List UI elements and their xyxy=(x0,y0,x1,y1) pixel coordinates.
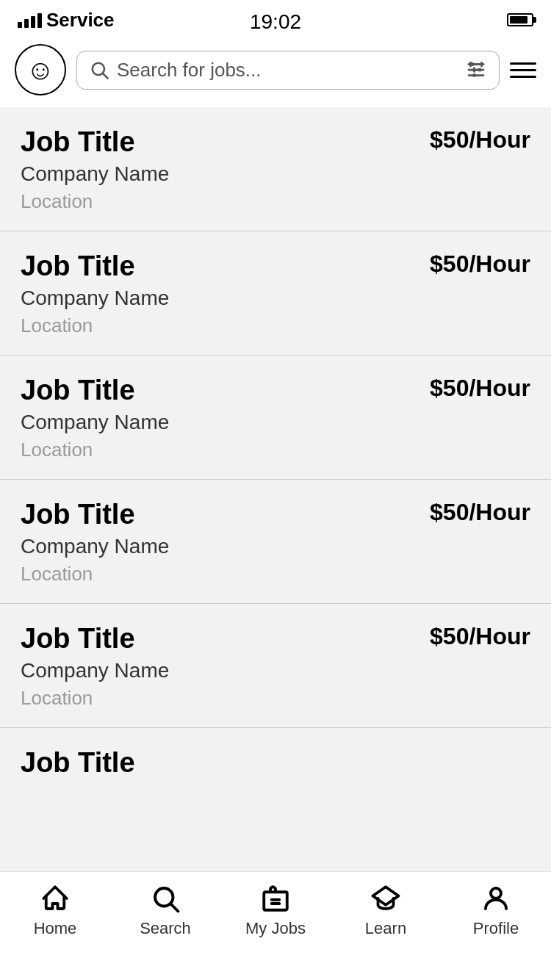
job-location: Location xyxy=(21,314,530,337)
filter-icon[interactable] xyxy=(465,59,487,81)
nav-item-myjobs[interactable]: My Jobs xyxy=(220,882,331,938)
job-title: Job Title xyxy=(21,375,135,406)
carrier-label: Service xyxy=(46,9,115,32)
home-icon xyxy=(39,882,71,915)
job-header-row: Job Title $50/Hour xyxy=(21,623,530,655)
signal-icon xyxy=(18,12,42,28)
svg-line-1 xyxy=(103,73,107,78)
job-item[interactable]: Job Title $50/Hour Company Name Location xyxy=(0,604,551,728)
job-item-partial[interactable]: Job Title xyxy=(0,728,551,787)
job-title: Job Title xyxy=(21,623,135,655)
svg-point-14 xyxy=(478,68,482,72)
battery-icon xyxy=(507,13,533,26)
job-header-row: Job Title $50/Hour xyxy=(21,251,530,282)
menu-button[interactable] xyxy=(510,62,536,78)
job-company: Company Name xyxy=(21,659,530,682)
nav-item-profile[interactable]: Profile xyxy=(441,882,551,938)
search-icon xyxy=(89,60,109,80)
logo-face-icon: ☺ xyxy=(26,56,55,84)
nav-label-learn: Learn xyxy=(365,919,406,938)
learn-icon xyxy=(370,882,402,915)
job-company: Company Name xyxy=(21,535,530,558)
status-bar: Service 19:02 xyxy=(0,0,551,37)
job-title: Job Title xyxy=(21,499,135,530)
status-time: 19:02 xyxy=(250,10,301,34)
job-header-row: Job Title $50/Hour xyxy=(21,499,530,530)
carrier-info: Service xyxy=(18,9,115,32)
job-salary: $50/Hour xyxy=(430,499,530,526)
nav-item-home[interactable]: Home xyxy=(0,882,110,938)
nav-label-home: Home xyxy=(34,919,77,938)
nav-item-learn[interactable]: Learn xyxy=(331,882,441,938)
nav-item-search[interactable]: Search xyxy=(110,882,220,938)
search-bar[interactable]: Search for jobs... xyxy=(76,51,500,90)
job-location: Location xyxy=(21,439,530,461)
svg-line-17 xyxy=(171,904,179,912)
job-salary: $50/Hour xyxy=(430,623,530,650)
partial-job-title: Job Title xyxy=(21,747,135,778)
app-logo[interactable]: ☺ xyxy=(15,44,66,96)
job-salary: $50/Hour xyxy=(430,126,530,154)
job-location: Location xyxy=(21,687,530,710)
bottom-nav: Home Search My Jobs Lea xyxy=(0,871,551,980)
search-nav-icon xyxy=(149,882,181,915)
job-list: Job Title $50/Hour Company Name Location… xyxy=(0,107,551,728)
job-item[interactable]: Job Title $50/Hour Company Name Location xyxy=(0,480,551,604)
svg-point-13 xyxy=(471,62,475,66)
svg-point-21 xyxy=(491,888,501,898)
myjobs-icon xyxy=(259,882,292,915)
job-salary: $50/Hour xyxy=(430,375,530,402)
job-header-row: Job Title $50/Hour xyxy=(21,375,530,406)
job-company: Company Name xyxy=(21,411,530,434)
job-company: Company Name xyxy=(21,287,530,310)
nav-label-search: Search xyxy=(140,919,191,938)
job-salary: $50/Hour xyxy=(430,251,530,278)
job-item[interactable]: Job Title $50/Hour Company Name Location xyxy=(0,231,551,356)
app-header: ☺ Search for jobs... xyxy=(0,37,551,107)
job-title: Job Title xyxy=(21,251,135,282)
job-item[interactable]: Job Title $50/Hour Company Name Location xyxy=(0,107,551,231)
job-title: Job Title xyxy=(21,126,135,158)
nav-label-profile: Profile xyxy=(473,919,519,938)
svg-point-15 xyxy=(472,73,476,77)
job-company: Company Name xyxy=(21,162,530,186)
nav-label-myjobs: My Jobs xyxy=(245,919,306,938)
job-location: Location xyxy=(21,190,530,213)
job-item[interactable]: Job Title $50/Hour Company Name Location xyxy=(0,356,551,480)
search-input[interactable]: Search for jobs... xyxy=(117,59,458,82)
job-header-row: Job Title $50/Hour xyxy=(21,126,530,158)
profile-icon xyxy=(480,882,512,915)
job-location: Location xyxy=(21,563,530,586)
